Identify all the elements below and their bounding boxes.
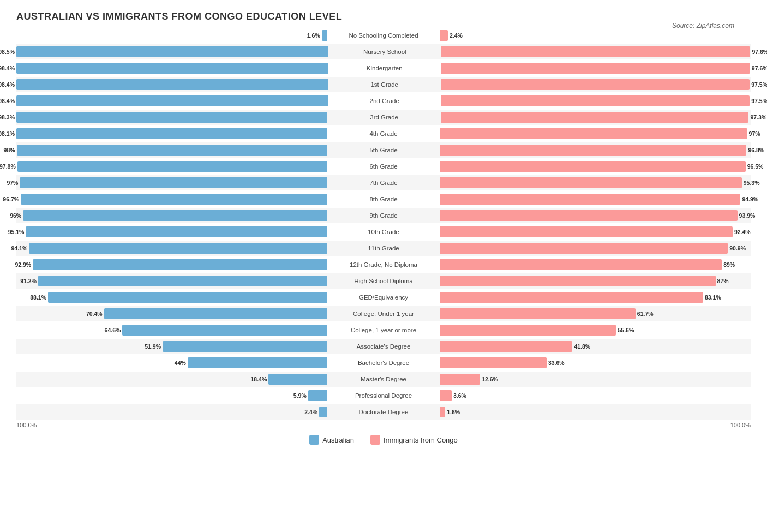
chart-row: 88.1%GED/Equivalency83.1% (16, 290, 751, 305)
right-bar-value: 2.4% (450, 32, 463, 39)
row-label: College, Under 1 year (329, 310, 438, 317)
right-bar-value: 97.5% (751, 98, 767, 104)
left-bar-value: 98.4% (0, 65, 15, 71)
chart-row: 97%7th Grade95.3% (16, 175, 751, 190)
right-bar-container: 2.4% (438, 28, 751, 43)
right-bar (440, 177, 742, 188)
right-bar-container: 97.6% (439, 61, 751, 76)
right-bar (441, 46, 750, 57)
chart-row: 1.6%No Schooling Completed2.4% (16, 28, 751, 43)
right-bar-container: 41.8% (438, 339, 751, 354)
right-bar-value: 61.7% (637, 310, 654, 317)
left-bar (48, 292, 327, 303)
right-bar-container: 97.5% (439, 77, 751, 92)
left-bar-value: 98% (4, 147, 15, 153)
legend-congo-box (370, 435, 380, 445)
chart-row: 5.9%Professional Degree3.6% (16, 388, 751, 403)
left-bar (16, 79, 328, 90)
left-bar-value: 98.5% (0, 49, 15, 55)
right-bar-wrapper: 12.6% (440, 374, 480, 385)
left-bar (29, 243, 327, 254)
right-bar (440, 210, 738, 221)
chart-container: 1.6%No Schooling Completed2.4%98.5%Nurse… (16, 28, 751, 445)
right-bar (440, 390, 452, 401)
right-bar-wrapper: 93.9% (440, 210, 738, 221)
right-bar-wrapper: 83.1% (440, 292, 703, 303)
right-bar (440, 259, 722, 270)
right-bar (440, 161, 746, 172)
left-bar (122, 325, 327, 336)
right-bar (440, 145, 746, 156)
left-bar-wrapper: 44% (188, 357, 327, 368)
left-bar-value: 91.2% (20, 278, 37, 284)
left-bar-wrapper: 88.1% (48, 292, 327, 303)
left-bar-container: 96.7% (16, 192, 329, 207)
bottom-right-label: 100.0% (438, 422, 751, 428)
left-bar-wrapper: 98.4% (16, 95, 328, 106)
left-bar (33, 259, 327, 270)
right-bar-value: 89% (723, 261, 735, 268)
left-bar-container: 97.8% (16, 159, 329, 174)
left-bar-value: 44% (175, 360, 186, 366)
left-bar-value: 96.7% (3, 196, 19, 202)
row-label: 2nd Grade (330, 98, 439, 104)
right-bar-container: 93.9% (438, 208, 751, 223)
right-bar (440, 128, 747, 139)
right-bar-container: 97.5% (439, 93, 751, 109)
left-bar-wrapper: 70.4% (104, 308, 327, 319)
right-bar-container: 97% (438, 126, 751, 141)
right-bar-wrapper: 61.7% (440, 308, 636, 319)
bottom-left-label: 100.0% (16, 422, 329, 428)
right-bar-value: 97.5% (751, 81, 767, 88)
left-bar-value: 2.4% (304, 409, 317, 415)
left-bar-container: 44% (16, 355, 329, 370)
right-bar (440, 30, 448, 41)
left-bar (163, 341, 327, 352)
left-bar-container: 98.1% (16, 126, 329, 141)
left-bar-value: 95.1% (8, 229, 25, 235)
right-bar-container: 90.9% (438, 241, 751, 256)
right-bar-wrapper: 89% (440, 259, 722, 270)
left-bar-container: 98.3% (16, 110, 329, 125)
right-bar-container: 1.6% (438, 404, 751, 420)
right-bar-value: 97.6% (752, 65, 767, 71)
left-bar-value: 1.6% (307, 32, 320, 39)
right-bar (441, 112, 748, 123)
chart-row: 51.9%Associate's Degree41.8% (16, 339, 751, 354)
left-bar-value: 5.9% (293, 392, 307, 399)
right-bar (440, 226, 733, 237)
left-bar-value: 98.3% (0, 114, 15, 121)
left-bar-wrapper: 96% (23, 210, 327, 221)
chart-row: 96%9th Grade93.9% (16, 208, 751, 223)
left-bar-container: 98.4% (16, 77, 330, 92)
right-bar-value: 12.6% (482, 376, 498, 382)
right-bar-container: 83.1% (438, 290, 751, 305)
left-bar (16, 128, 327, 139)
left-bar-wrapper: 92.9% (33, 259, 327, 270)
left-bar (308, 390, 327, 401)
right-bar-wrapper: 97.5% (441, 79, 750, 90)
left-bar-wrapper: 98.4% (16, 79, 328, 90)
chart-row: 92.9%12th Grade, No Diploma89% (16, 257, 751, 272)
right-bar-container: 94.9% (438, 192, 751, 207)
left-bar-wrapper: 95.1% (26, 226, 327, 237)
right-bar-container: 96.5% (438, 159, 751, 174)
right-bar-value: 96.5% (747, 163, 764, 170)
left-bar-wrapper: 1.6% (322, 30, 327, 41)
left-bar-value: 97.8% (0, 163, 16, 170)
right-bar-value: 33.6% (548, 360, 565, 366)
left-bar (17, 161, 327, 172)
right-bar-wrapper: 96.8% (440, 145, 746, 156)
chart-row: 70.4%College, Under 1 year61.7% (16, 306, 751, 321)
right-bar-container: 33.6% (438, 355, 751, 370)
left-bar-wrapper: 98.4% (16, 63, 328, 74)
row-label: Master's Degree (329, 376, 438, 382)
chart-row: 96.7%8th Grade94.9% (16, 192, 751, 207)
left-bar (319, 407, 327, 417)
left-bar (268, 374, 327, 385)
right-bar-wrapper: 97% (440, 128, 747, 139)
right-bar-value: 97.3% (750, 114, 766, 121)
row-label: Associate's Degree (329, 343, 438, 350)
left-bar-value: 70.4% (86, 310, 103, 317)
left-bar-container: 51.9% (16, 339, 329, 354)
